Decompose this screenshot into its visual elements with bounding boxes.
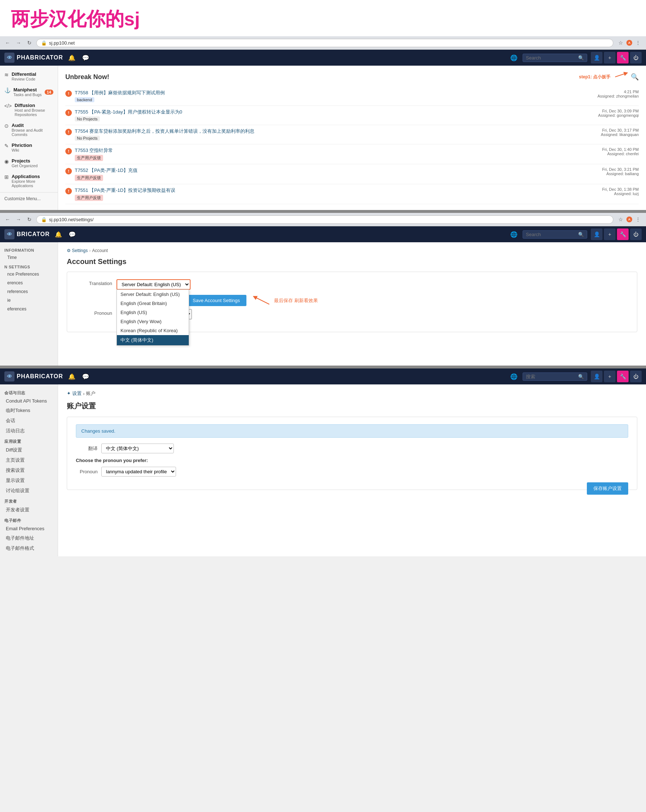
task-priority-3: ! xyxy=(65,129,72,135)
cn-item-email-format[interactable]: 电子邮件格式 xyxy=(0,543,58,553)
language-globe-2[interactable]: 🌐 xyxy=(509,230,519,240)
cn-translation-label: 翻译 xyxy=(76,445,98,452)
projects-icon: ◉ xyxy=(5,159,9,164)
dropdown-item-ko[interactable]: Korean (Republic of Korea) xyxy=(117,326,189,335)
sidebar-item-phriction-title: Phriction xyxy=(12,142,54,148)
forward-button-2[interactable]: → xyxy=(15,215,23,223)
table-row: ! T7558 【用例】麻烦依据规则写下测试用例 backend 4:21 PM… xyxy=(65,87,639,106)
task-title-2[interactable]: T7555 【PA-紧急-1day】用户债权转让本金显示为0 xyxy=(75,109,595,115)
cn-item-email-address[interactable]: 电子邮件地址 xyxy=(0,533,58,543)
cn-create-btn[interactable]: + xyxy=(604,371,615,382)
logout-btn-1[interactable]: ⏻ xyxy=(630,52,641,64)
task-info-3: T7554 赛皇车贷标添加奖励利率之后，投资人账单计算错误，没有加上奖励利率的利… xyxy=(75,128,598,141)
task-title-6[interactable]: T7551 【PA类-严重-1D】投资记录预期收益有误 xyxy=(75,187,599,194)
task-info-5: T7552 【PA类-严重-1D】充值 生产用户反馈 xyxy=(75,167,599,181)
sidebar-section-information: INFORMATION xyxy=(0,245,58,253)
cn-item-search[interactable]: 搜索设置 xyxy=(0,465,58,475)
reload-button-2[interactable]: ↻ xyxy=(25,215,34,223)
customize-menu-link[interactable]: Customize Menu... xyxy=(0,194,58,203)
dropdown-item-zh-cn[interactable]: 中文 (简体中文) xyxy=(117,335,189,345)
sidebar-item-erences[interactable]: erences xyxy=(0,279,58,287)
user-avatar-btn-2[interactable]: 👤 xyxy=(591,229,602,240)
settings-page-title: Account Settings xyxy=(67,258,637,266)
sidebar-item-projects-title: Projects xyxy=(12,158,54,163)
sidebar-item-differential[interactable]: ≋ Differential Review Code xyxy=(0,69,58,84)
breadcrumb-settings-link[interactable]: ⚙ Settings xyxy=(67,248,88,253)
sidebar-item-maniphest[interactable]: ⚓ Maniphest Tasks and Bugs 14 xyxy=(0,84,58,100)
cn-item-display[interactable]: 显示设置 xyxy=(0,475,58,485)
cn-item-activity[interactable]: 活动日志 xyxy=(0,426,58,436)
cn-pronoun-choose-text: Choose the pronoun you prefer: xyxy=(76,458,628,463)
task-title-3[interactable]: T7554 赛皇车贷标添加奖励利率之后，投资人账单计算错误，没有加上奖励利率的利… xyxy=(75,128,598,134)
cn-item-sessions[interactable]: 会话 xyxy=(0,416,58,426)
sidebar-item-eferences[interactable]: eferences xyxy=(0,305,58,313)
reload-button[interactable]: ↻ xyxy=(25,39,34,47)
phabricator-nav-1: 👁 PHABRICATOR 🔔 💬 🌐 🔍 👤 + 🔧 ⏻ xyxy=(0,50,646,66)
user-avatar-btn-1[interactable]: 👤 xyxy=(591,52,602,64)
sidebar-item-ie[interactable]: ie xyxy=(0,296,58,305)
cn-item-home[interactable]: 主页设置 xyxy=(0,455,58,465)
task-tag-3: No Projects xyxy=(75,136,100,141)
cn-settings-wrench-btn[interactable]: 🔧 xyxy=(617,371,629,382)
settings-wrench-btn-2[interactable]: 🔧 xyxy=(617,229,629,240)
cn-item-developer[interactable]: 开发者设置 xyxy=(0,505,58,515)
back-button[interactable]: ← xyxy=(4,39,12,47)
language-globe-1[interactable]: 🌐 xyxy=(509,53,519,63)
cn-item-discussion[interactable]: 讨论组设置 xyxy=(0,485,58,496)
cn-translation-select[interactable]: 中文 (简体中文) xyxy=(101,444,174,453)
cn-item-diff[interactable]: Diff设置 xyxy=(0,445,58,455)
nav-search-input-2[interactable] xyxy=(526,232,577,237)
sidebar-1: ≋ Differential Review Code ⚓ Maniphest T… xyxy=(0,66,58,210)
cn-notifications-bell[interactable]: 🔔 xyxy=(67,372,77,382)
sidebar-item-audit-content: Audit Browse and Audit Commits xyxy=(12,122,54,137)
dropdown-item-en-gb[interactable]: English (Great Britain) xyxy=(117,299,189,308)
cn-pronoun-select[interactable]: lannyma updated their profile xyxy=(101,467,176,476)
sidebar-item-phriction[interactable]: ✎ Phriction Wiki xyxy=(0,140,58,155)
sidebar-item-audit[interactable]: ⊙ Audit Browse and Audit Commits xyxy=(0,120,58,140)
dropdown-item-en-wow[interactable]: English (Very Wow) xyxy=(117,317,189,326)
cn-item-conduit[interactable]: Conduit API Tokens xyxy=(0,396,58,406)
dropdown-item-en-us[interactable]: English (US) xyxy=(117,308,189,317)
task-title-4[interactable]: T7553 空指针异常 xyxy=(75,147,599,154)
screenshot-3: 👁 PHABRICATOR 🔔 💬 🌐 🔍 👤 + 🔧 ⏻ 会话与日志 Cond… xyxy=(0,368,646,556)
search-icon-main[interactable]: 🔍 xyxy=(631,73,639,81)
translation-label: Translation xyxy=(76,279,112,286)
cn-item-temp-tokens[interactable]: 临时Tokens xyxy=(0,406,58,416)
chat-icon-1[interactable]: 💬 xyxy=(81,53,91,63)
sidebar-item-applications[interactable]: ⊞ Applications Explore More Applications xyxy=(0,171,58,191)
chat-icon-2[interactable]: 💬 xyxy=(67,230,77,240)
unbreak-title: Unbreak Now! xyxy=(65,73,109,81)
dropdown-item-server-default[interactable]: Server Default: English (US) xyxy=(117,290,189,299)
sidebar-item-differential-title: Differential xyxy=(12,72,54,77)
settings-wrench-btn-1[interactable]: 🔧 xyxy=(617,52,629,64)
sidebar-item-diffusion[interactable]: </> Diffusion Host and Browse Repositori… xyxy=(0,100,58,120)
more-menu-button-2[interactable]: ⋮ xyxy=(634,215,642,224)
task-title-1[interactable]: T7558 【用例】麻烦依据规则写下测试用例 xyxy=(75,90,594,96)
nav-search-input-1[interactable] xyxy=(526,55,577,61)
sidebar-item-nce-preferences[interactable]: nce Preferences xyxy=(0,270,58,279)
logout-btn-2[interactable]: ⏻ xyxy=(630,229,641,240)
create-btn-1[interactable]: + xyxy=(604,52,615,64)
forward-button[interactable]: → xyxy=(15,39,23,47)
save-account-settings-btn[interactable]: Save Account Settings xyxy=(186,295,246,306)
cn-language-globe[interactable]: 🌐 xyxy=(509,372,519,382)
cn-item-email-prefs[interactable]: Email Preferences xyxy=(0,524,58,533)
notifications-bell-2[interactable]: 🔔 xyxy=(54,230,64,240)
cn-nav-search-input[interactable] xyxy=(526,374,577,379)
cn-chat-icon[interactable]: 💬 xyxy=(81,372,91,382)
cn-logout-btn[interactable]: ⏻ xyxy=(630,371,641,382)
create-btn-2[interactable]: + xyxy=(604,229,615,240)
sidebar-item-projects[interactable]: ◉ Projects Get Organized xyxy=(0,155,58,171)
translation-select[interactable]: Server Default: English (US) English (Gr… xyxy=(116,279,191,290)
sidebar-item-time[interactable]: Time xyxy=(0,253,58,262)
task-title-5[interactable]: T7552 【PA类-严重-1D】充值 xyxy=(75,167,599,174)
notifications-bell-1[interactable]: 🔔 xyxy=(67,53,77,63)
sidebar-item-references[interactable]: references xyxy=(0,287,58,296)
bookmarks-icon-2[interactable]: ☆ xyxy=(616,215,625,224)
bookmarks-icon[interactable]: ☆ xyxy=(616,38,625,47)
cn-breadcrumb-settings-link[interactable]: ✦ 设置 xyxy=(67,390,82,397)
cn-user-avatar-btn[interactable]: 👤 xyxy=(591,371,602,382)
more-menu-button-1[interactable]: ⋮ xyxy=(634,38,642,47)
back-button-2[interactable]: ← xyxy=(4,215,12,223)
cn-save-account-settings-btn[interactable]: 保存账户设置 xyxy=(587,482,628,495)
